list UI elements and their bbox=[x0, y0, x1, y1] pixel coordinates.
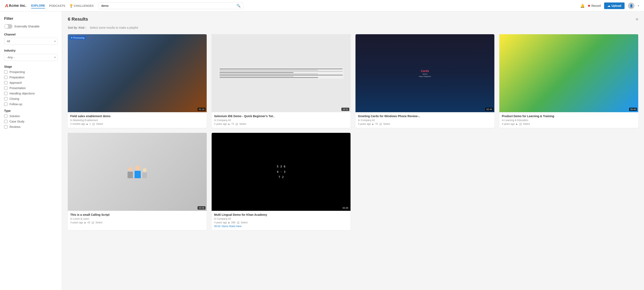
select-link-greeting[interactable]: Select bbox=[383, 123, 390, 125]
person-3 bbox=[142, 168, 147, 178]
video-age-greeting: 3 years ago bbox=[358, 123, 371, 125]
stage-handling-objections-checkbox[interactable] bbox=[4, 92, 8, 95]
main-layout: Filter Externally Sharable Channel All ▾… bbox=[0, 11, 644, 290]
sel-line bbox=[220, 73, 318, 74]
channel-select-wrapper: All ▾ bbox=[4, 38, 58, 45]
type-case-study-label[interactable]: Case Study bbox=[10, 120, 24, 123]
video-info-selenium: Selenium IDE Demo - Quick Beginner's Tut… bbox=[212, 112, 350, 128]
trophy-icon: 🏆 bbox=[70, 4, 73, 7]
select-link-selenium[interactable]: Select bbox=[239, 123, 246, 125]
video-age-product: 3 years ago bbox=[502, 123, 515, 125]
video-info-greeting: Greeting Cards for Windows Phone Review-… bbox=[356, 112, 494, 128]
video-plays-greeting: 76 bbox=[375, 123, 378, 125]
select-box-icon: ⬜ bbox=[519, 123, 522, 125]
select-link-khan[interactable]: Select bbox=[241, 221, 248, 224]
avatar[interactable]: 👤 bbox=[628, 2, 634, 9]
stage-handling-objections-label[interactable]: Handling objections bbox=[10, 92, 35, 95]
video-channel-product: In Learning & Education bbox=[502, 119, 636, 122]
record-dot bbox=[588, 5, 590, 7]
main-nav: EXPLORE PODCASTS 🏆 CHALLENGES bbox=[31, 3, 94, 8]
person-2 bbox=[134, 165, 141, 178]
video-thumb-calling: 00:06 bbox=[68, 133, 207, 211]
channel-select[interactable]: All bbox=[4, 38, 58, 45]
cards-cat: many categories bbox=[419, 75, 431, 77]
cards-title: Cards bbox=[421, 69, 429, 73]
video-thumb-khan: 5 3 6 4 · 3 7 2 02:26 bbox=[212, 133, 350, 211]
stage-closing-checkbox[interactable] bbox=[4, 97, 8, 100]
video-title-product: Product Demo for Learning & Training bbox=[502, 114, 636, 118]
video-thumb-greeting: Cards about many categories 02:44 bbox=[356, 34, 494, 112]
industry-label: Industry bbox=[4, 49, 58, 52]
video-card-khan[interactable]: 5 3 6 4 · 3 7 2 02:26 Multi Lingual Demo… bbox=[212, 133, 350, 230]
video-card-greeting[interactable]: Cards about many categories 02:44 Greeti… bbox=[356, 34, 494, 128]
nav-challenges[interactable]: 🏆 CHALLENGES bbox=[70, 3, 94, 8]
stage-preparation-checkbox[interactable] bbox=[4, 76, 8, 79]
upload-button[interactable]: ☁ Upload bbox=[604, 2, 624, 9]
sidebar: Filter Externally Sharable Channel All ▾… bbox=[0, 11, 62, 290]
video-title-field-sales: Field sales enablement demo bbox=[70, 114, 204, 118]
sel-line bbox=[220, 70, 318, 71]
video-card-calling[interactable]: 00:06 This is a small Calling Script In … bbox=[68, 133, 207, 230]
stage-approach-label[interactable]: Approach bbox=[10, 81, 22, 84]
type-reviews-label[interactable]: Reviews bbox=[10, 125, 20, 129]
externally-sharable-row: Externally Sharable bbox=[4, 24, 58, 29]
video-channel-selenium: In Company All bbox=[214, 119, 348, 122]
search-input[interactable] bbox=[101, 4, 235, 7]
video-info-product: Product Demo for Learning & Training In … bbox=[499, 112, 638, 128]
stage-prospecting-label[interactable]: Prospecting bbox=[10, 70, 25, 74]
cards-subtitle: about bbox=[423, 73, 428, 75]
externally-sharable-label: Externally Sharable bbox=[14, 25, 40, 28]
timestamp-link[interactable]: Demo Starts Here bbox=[222, 225, 242, 228]
stage-preparation: Preparation bbox=[4, 76, 58, 79]
industry-select[interactable]: -Any - bbox=[4, 54, 58, 61]
nav-podcasts[interactable]: PODCASTS bbox=[49, 3, 65, 8]
video-title-calling: This is a small Calling Script bbox=[70, 213, 204, 217]
stage-approach-checkbox[interactable] bbox=[4, 81, 8, 84]
menu-icon[interactable]: ≡ bbox=[636, 17, 638, 22]
play-icon: ▶ bbox=[86, 123, 88, 125]
search-bar[interactable]: 🔍 bbox=[98, 2, 243, 9]
sort-row: Sort by: Kind ↓ Select some results to m… bbox=[68, 26, 638, 29]
bell-icon[interactable]: 🔔 bbox=[580, 3, 585, 8]
stage-presentation-checkbox[interactable] bbox=[4, 86, 8, 90]
video-info-calling: This is a small Calling Script In Lunch … bbox=[68, 211, 207, 226]
sel-line bbox=[220, 71, 343, 72]
sel-line bbox=[220, 75, 343, 75]
select-link-field-sales[interactable]: Select bbox=[96, 123, 103, 125]
video-grid: Processing 01:16 Field sales enablement … bbox=[68, 34, 638, 230]
select-box-icon: ⬜ bbox=[91, 221, 94, 224]
thumb-processing-bg bbox=[68, 34, 207, 112]
type-solution-label[interactable]: Solution bbox=[10, 115, 20, 118]
select-link-calling[interactable]: Select bbox=[96, 221, 102, 224]
type-solution-checkbox[interactable] bbox=[4, 115, 8, 118]
video-card-field-sales[interactable]: Processing 01:16 Field sales enablement … bbox=[68, 34, 207, 128]
video-card-selenium[interactable]: 18:31 Selenium IDE Demo - Quick Beginner… bbox=[212, 34, 350, 128]
type-case-study-checkbox[interactable] bbox=[4, 120, 8, 123]
stage-closing-label[interactable]: Closing bbox=[10, 97, 19, 100]
record-button[interactable]: Record bbox=[588, 4, 600, 7]
logo[interactable]: A Acme inc. bbox=[5, 3, 26, 8]
video-meta-selenium: 2 years ago ▶ 73 ⬜ Select bbox=[214, 123, 348, 125]
stage-prospecting-checkbox[interactable] bbox=[4, 70, 8, 74]
stage-follow-up-label[interactable]: Follow-up. bbox=[10, 103, 23, 106]
play-icon: ▶ bbox=[84, 222, 86, 224]
video-timestamp-khan[interactable]: 00:03: Demo Starts Here bbox=[214, 225, 348, 228]
person-figure bbox=[128, 165, 147, 178]
stage-follow-up-checkbox[interactable] bbox=[4, 103, 8, 106]
select-link-product[interactable]: Select bbox=[523, 123, 530, 125]
type-reviews-checkbox[interactable] bbox=[4, 125, 8, 129]
chevron-down-icon[interactable]: ▾ bbox=[638, 4, 639, 7]
playlist-hint: Select some results to make a playlist bbox=[90, 26, 138, 29]
person-body bbox=[128, 172, 133, 178]
sort-by-kind[interactable]: Sort by: Kind ↓ bbox=[68, 26, 86, 29]
video-plays-calling: 43 bbox=[88, 221, 90, 224]
select-box-icon: ⬜ bbox=[237, 221, 240, 224]
nav-explore[interactable]: EXPLORE bbox=[31, 3, 45, 8]
externally-sharable-toggle[interactable] bbox=[4, 24, 12, 29]
video-card-product[interactable]: 09:49 Product Demo for Learning & Traini… bbox=[499, 34, 638, 128]
video-meta-greeting: 3 years ago ▶ 76 ⬜ Select bbox=[358, 123, 492, 125]
video-plays-field-sales: 1 bbox=[90, 123, 91, 125]
stage-preparation-label[interactable]: Preparation bbox=[10, 76, 24, 79]
stage-presentation-label[interactable]: Presentation bbox=[10, 86, 26, 90]
play-icon: ▶ bbox=[228, 123, 230, 125]
